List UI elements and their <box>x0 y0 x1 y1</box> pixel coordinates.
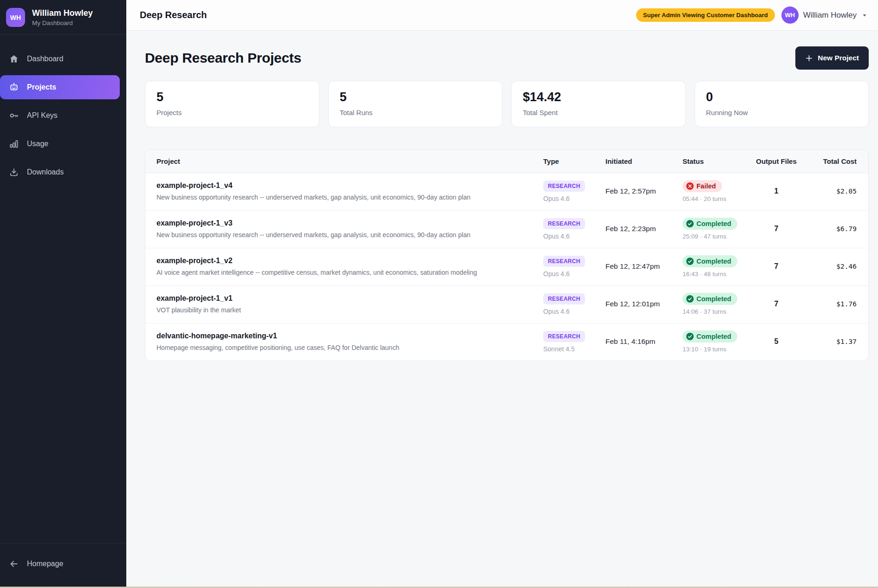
type-cell: RESEARCHOpus 4.6 <box>532 211 594 248</box>
output-files-cell: 1 <box>749 173 803 211</box>
chevron-down-icon <box>861 12 868 19</box>
check-circle-icon <box>686 333 694 340</box>
project-cell: delvantic-homepage-marketing-v1Homepage … <box>145 323 532 361</box>
status-cell: Completed13:10 · 19 turns <box>671 323 749 361</box>
page-header: Deep Research Projects New Project <box>145 46 869 70</box>
total-cost-cell: $1.76 <box>803 286 868 323</box>
sidebar-item-label: Homepage <box>27 560 63 568</box>
status-badge: Completed <box>683 218 737 230</box>
table-header: ProjectTypeInitiatedStatusOutput FilesTo… <box>145 150 868 173</box>
total-cost-cell: $6.79 <box>803 211 868 248</box>
stat-label: Projects <box>156 109 308 116</box>
table-header-row: ProjectTypeInitiatedStatusOutput FilesTo… <box>145 150 868 173</box>
stat-label: Total Spent <box>523 109 674 116</box>
sidebar-footer: Homepage <box>0 543 126 588</box>
robot-icon <box>9 82 19 92</box>
table-row-example-project-1-v4[interactable]: example-project-1_v4New business opportu… <box>145 173 868 211</box>
arrow-left-icon <box>9 559 19 569</box>
main-column: Deep Research Super Admin Viewing Custom… <box>126 0 878 588</box>
project-description: Homepage messaging, competitive position… <box>156 344 532 351</box>
table-row-example-project-1-v3[interactable]: example-project-1_v3New business opportu… <box>145 211 868 248</box>
initiated-cell: Feb 11, 4:16pm <box>594 323 671 361</box>
check-circle-icon <box>686 220 694 227</box>
user-name: William Howley <box>32 8 93 18</box>
stat-value: 5 <box>340 90 491 104</box>
initiated-time: Feb 11, 4:16pm <box>605 337 655 345</box>
project-cell: example-project-1_v2AI voice agent marke… <box>145 248 532 286</box>
initiated-time: Feb 12, 12:47pm <box>605 262 660 270</box>
type-badge: RESEARCH <box>543 218 585 229</box>
sidebar-item-label: Downloads <box>27 168 64 176</box>
page-title: Deep Research Projects <box>145 50 301 66</box>
sidebar-item-downloads[interactable]: Downloads <box>0 160 120 184</box>
status-label: Completed <box>696 333 731 340</box>
main-content: Deep Research Projects New Project 5Proj… <box>126 31 878 588</box>
output-files-cell: 5 <box>749 323 803 361</box>
status-badge: Failed <box>683 180 722 192</box>
sidebar-item-projects[interactable]: Projects <box>0 75 120 99</box>
sidebar-item-dashboard[interactable]: Dashboard <box>0 47 120 71</box>
stat-value: 0 <box>706 90 858 104</box>
status-badge: Completed <box>683 293 737 305</box>
avatar: WH <box>781 6 799 24</box>
stat-label: Total Runs <box>340 109 491 116</box>
project-description: VOT plausibility in the market <box>156 306 532 314</box>
status-detail: 14:06 · 37 turns <box>683 308 749 315</box>
check-circle-icon <box>686 258 694 265</box>
type-cell: RESEARCHOpus 4.6 <box>532 248 594 286</box>
sidebar-item-label: Projects <box>27 83 56 91</box>
initiated-cell: Feb 12, 12:47pm <box>594 248 671 286</box>
stat-value: 5 <box>156 90 308 104</box>
stats-row: 5Projects5Total Runs$14.42Total Spent0Ru… <box>145 81 869 127</box>
project-description: AI voice agent market intelligence -- co… <box>156 269 532 276</box>
project-name: example-project-1_v4 <box>156 181 532 190</box>
status-detail: 13:10 · 19 turns <box>683 346 749 353</box>
sidebar-item-usage[interactable]: Usage <box>0 132 120 156</box>
sidebar-item-label: API Keys <box>27 111 58 120</box>
table-row-delvantic-homepage-marketing-v1[interactable]: delvantic-homepage-marketing-v1Homepage … <box>145 323 868 361</box>
download-icon <box>9 167 19 177</box>
output-files-cell: 7 <box>749 286 803 323</box>
status-detail: 16:43 · 48 turns <box>683 271 749 278</box>
project-cell: example-project-1_v4New business opportu… <box>145 173 532 211</box>
avatar: WH <box>6 8 25 27</box>
table-row-example-project-1-v2[interactable]: example-project-1_v2AI voice agent marke… <box>145 248 868 286</box>
status-label: Completed <box>696 258 731 265</box>
status-label: Completed <box>696 220 731 227</box>
status-detail: 05:44 · 20 turns <box>683 195 749 202</box>
status-badge: Completed <box>683 330 737 342</box>
user-subtitle: My Dashboard <box>32 19 93 26</box>
user-menu[interactable]: WH William Howley <box>781 6 868 24</box>
type-badge: RESEARCH <box>543 331 585 342</box>
project-name: example-project-1_v1 <box>156 294 532 303</box>
sidebar-item-homepage[interactable]: Homepage <box>0 554 120 574</box>
user-menu-name: William Howley <box>803 11 857 20</box>
table-row-example-project-1-v1[interactable]: example-project-1_v1VOT plausibility in … <box>145 286 868 323</box>
initiated-cell: Feb 12, 2:23pm <box>594 211 671 248</box>
type-badge: RESEARCH <box>543 181 585 192</box>
profile-text: William Howley My Dashboard <box>32 8 93 27</box>
type-cell: RESEARCHOpus 4.6 <box>532 173 594 211</box>
x-circle-icon <box>686 182 694 190</box>
new-project-button[interactable]: New Project <box>795 46 869 70</box>
column-header-total-cost: Total Cost <box>803 150 868 173</box>
project-name: example-project-1_v2 <box>156 257 532 265</box>
status-cell: Completed14:06 · 37 turns <box>671 286 749 323</box>
topbar: Deep Research Super Admin Viewing Custom… <box>126 0 878 31</box>
project-name: delvantic-homepage-marketing-v1 <box>156 332 532 340</box>
model-label: Opus 4.6 <box>543 195 594 202</box>
sidebar-item-api-keys[interactable]: API Keys <box>0 103 120 128</box>
type-badge: RESEARCH <box>543 256 585 267</box>
total-cost-cell: $2.46 <box>803 248 868 286</box>
initiated-time: Feb 12, 2:57pm <box>605 187 656 195</box>
total-cost-cell: $1.37 <box>803 323 868 361</box>
initiated-time: Feb 12, 12:01pm <box>605 300 660 308</box>
app-title: Deep Research <box>140 10 207 20</box>
output-files-cell: 7 <box>749 211 803 248</box>
initiated-time: Feb 12, 2:23pm <box>605 225 656 233</box>
status-badge: Completed <box>683 255 737 267</box>
sidebar-profile: WH William Howley My Dashboard <box>0 0 126 35</box>
type-badge: RESEARCH <box>543 293 585 304</box>
model-label: Opus 4.6 <box>543 233 594 240</box>
project-cell: example-project-1_v1VOT plausibility in … <box>145 286 532 323</box>
